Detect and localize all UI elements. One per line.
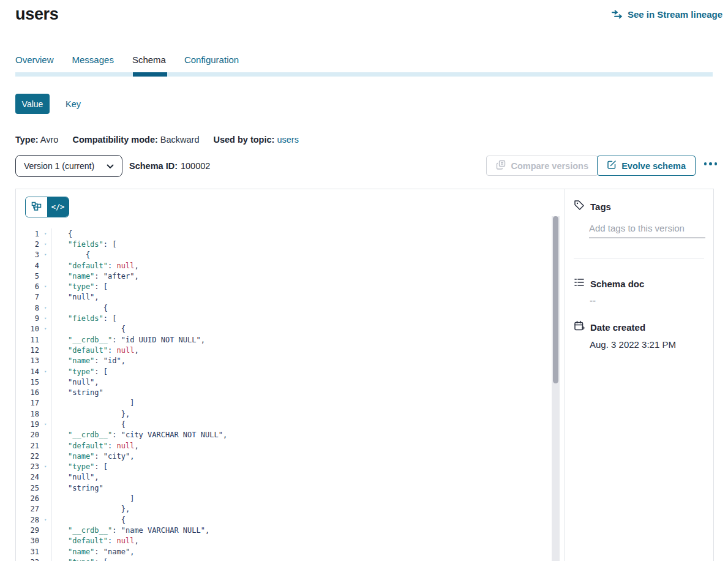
tab-underline-track [15,72,713,77]
code-line: 6▾ "type": [ [16,281,549,292]
code-text: "type": [ [51,462,108,472]
code-lines: 1▾{2▾ "fields": [3▾ {4 "default": null,5… [16,228,549,561]
compare-versions-button[interactable]: Compare versions [486,156,598,176]
line-number: 3 [16,250,39,259]
tree-view-icon [31,201,42,213]
topic-link[interactable]: users [277,135,298,145]
code-text: }, [51,504,130,514]
chevron-down-icon [107,161,114,171]
schema-panel: </> 1▾{2▾ "fields": [3▾ {4 "default": nu… [15,189,714,561]
tags-title: Tags [590,201,611,212]
evolve-schema-label: Evolve schema [621,161,686,171]
line-number: 10 [16,325,39,333]
tab-overview[interactable]: Overview [15,55,54,72]
code-line: 5 "name": "after", [16,271,549,281]
version-dropdown[interactable]: Version 1 (current) [15,155,122,177]
schema-code-viewer: </> 1▾{2▾ "fields": [3▾ {4 "default": nu… [16,189,565,561]
tab-messages[interactable]: Messages [72,55,114,72]
date-created-title: Date created [590,322,645,333]
code-line: 10▾ { [16,324,549,334]
date-created-value: Aug. 3 2022 3:21 PM [590,339,704,350]
fold-toggle-icon[interactable]: ▾ [39,518,51,522]
code-line: 27 }, [16,504,549,514]
schema-sidebar: Tags Schema doc -- [565,189,715,561]
stream-lineage-icon [612,10,623,19]
code-text: "__crdb__": "city VARCHAR NOT NULL", [51,430,227,440]
code-line: 13 "name": "id", [16,356,549,366]
add-tags-input[interactable] [589,222,705,238]
code-line: 28▾ { [16,514,549,525]
code-line: 30 "default": null, [16,536,549,546]
line-number: 2 [16,240,39,249]
tree-view-button[interactable] [26,197,47,217]
fold-toggle-icon[interactable]: ▾ [39,422,51,427]
code-text: "name": "name", [51,546,134,557]
copy-versions-icon [496,160,506,171]
code-line: 23▾ "type": [ [16,462,549,472]
fold-toggle-icon[interactable]: ▾ [39,316,51,321]
calendar-plus-icon [574,320,585,334]
value-key-toggle: Value Key [15,94,81,114]
line-number: 26 [16,494,39,503]
fold-toggle-icon[interactable]: ▾ [39,252,51,257]
compatibility-meta: Compatibility mode: Backward [72,135,199,145]
code-text: "string" [51,387,103,397]
tab-schema[interactable]: Schema [132,55,166,72]
code-scrollbar-track[interactable] [552,216,560,561]
fold-toggle-icon[interactable]: ▾ [39,464,51,469]
type-meta: Type: Avro [15,135,58,145]
code-text: "null", [51,292,99,303]
fold-toggle-icon[interactable]: ▾ [39,326,51,331]
page-title: users [15,5,59,24]
code-text: "default": null, [51,440,139,451]
code-line: 12 "default": null, [16,345,549,355]
code-line: 22 "name": "city", [16,451,549,461]
lineage-link-label: See in Stream lineage [628,9,722,20]
code-line: 31 "name": "name", [16,546,549,557]
schema-doc-title: Schema doc [590,279,644,289]
code-view-button[interactable]: </> [47,197,69,217]
line-number: 18 [16,410,39,418]
active-tab-indicator [133,72,167,77]
compatibility-value: Backward [160,135,200,145]
fold-toggle-icon[interactable]: ▾ [39,284,51,289]
code-text: ] [51,398,134,409]
fold-toggle-icon[interactable]: ▾ [39,242,51,247]
fold-toggle-icon[interactable]: ▾ [39,369,51,374]
line-number: 31 [16,548,39,556]
code-line: 16 "string" [16,387,549,397]
line-number: 6 [16,282,39,291]
line-number: 29 [16,526,39,535]
fold-toggle-icon[interactable]: ▾ [39,232,51,236]
view-mode-toggle: </> [25,197,69,217]
sidebar-divider [574,258,704,258]
more-options-button[interactable] [703,159,719,169]
schema-doc-value: -- [590,295,704,306]
fold-toggle-icon[interactable]: ▾ [39,306,51,311]
code-line: 3▾ { [16,250,549,260]
code-text: "null", [51,377,99,387]
code-text: }, [51,409,130,419]
tab-configuration[interactable]: Configuration [184,55,239,72]
compatibility-label: Compatibility mode: [72,135,157,145]
code-text: "type": [ [51,557,108,561]
value-button[interactable]: Value [15,94,50,114]
code-scrollbar-thumb[interactable] [553,216,558,383]
code-text: "default": null, [51,345,139,355]
code-text: "type": [ [51,281,108,292]
see-in-stream-lineage-link[interactable]: See in Stream lineage [612,9,722,20]
tags-section-header: Tags [574,200,704,213]
code-line: 9▾ "fields": [ [16,313,549,323]
code-text: "name": "city", [51,451,134,461]
line-number: 9 [16,314,39,323]
code-text: "string" [51,483,103,493]
code-line: 32▾ "type": [ [16,557,549,561]
code-text: "name": "id", [51,356,126,366]
evolve-schema-button[interactable]: Evolve schema [597,156,696,176]
used-by-topic-meta: Used by topic: users [213,135,298,145]
key-button[interactable]: Key [66,99,81,109]
line-number: 28 [16,516,39,524]
code-line: 24 "null", [16,472,549,483]
code-line: 4 "default": null, [16,260,549,271]
code-text: "default": null, [51,260,139,271]
